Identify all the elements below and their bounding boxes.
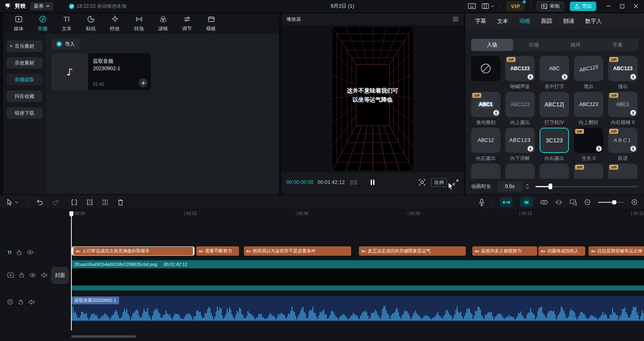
animation-item[interactable]: 3C123 向右露出 — [540, 128, 569, 164]
subtitle-clip[interactable]: A≡ 虽然许多人都很努力 — [472, 246, 537, 256]
aspect-ratio-button[interactable]: 比例 — [431, 178, 447, 187]
animation-item[interactable] — [471, 56, 500, 92]
duration-slider-handle[interactable] — [549, 184, 552, 189]
shortcuts-icon[interactable] — [468, 3, 476, 9]
fit-focus-icon[interactable] — [418, 179, 426, 186]
lock-icon[interactable] — [18, 299, 23, 305]
animation-item[interactable] — [540, 164, 569, 181]
sidebar-item[interactable]: 音效素材 — [7, 57, 42, 69]
sidebar-item[interactable]: 音频提取 — [7, 74, 42, 85]
animation-subtab[interactable]: 循环 — [555, 39, 597, 51]
link-clips-icon[interactable] — [540, 200, 548, 204]
record-voiceover-icon[interactable] — [479, 199, 485, 206]
pause-button[interactable] — [370, 179, 375, 185]
animation-item[interactable]: VIP — [608, 164, 637, 181]
settings-tab[interactable]: 动画 — [519, 18, 530, 25]
export-button[interactable]: 导出 — [570, 2, 596, 11]
duration-value-input[interactable]: 0.5s — [497, 182, 522, 192]
animation-item[interactable]: ABC12 向左露出 — [471, 128, 500, 164]
playhead[interactable] — [71, 211, 72, 330]
player-menu-icon[interactable] — [452, 17, 459, 22]
animation-item[interactable]: ABC12| 打字机IV — [540, 92, 569, 128]
sidebar-item[interactable]: 抖音收藏 — [7, 91, 42, 102]
animation-item[interactable]: VIP 生长 II — [574, 128, 603, 164]
animation-item[interactable]: ABC123 向上露出 — [505, 92, 535, 128]
zoom-slider-handle[interactable] — [612, 200, 616, 204]
sidebar-item[interactable]: 链接下载 — [7, 107, 42, 119]
animation-item[interactable]: VIPABC1 激光雕刻 — [471, 92, 500, 128]
animation-item[interactable]: VIPABC123 顶出 — [608, 56, 637, 92]
eye-icon[interactable] — [29, 273, 36, 277]
mute-icon[interactable] — [29, 299, 35, 305]
media-tab-filter[interactable]: 滤镜 — [151, 13, 175, 34]
select-tool[interactable] — [7, 199, 18, 206]
subtitle-clip[interactable]: A≡ 人们常说成功之路充满曲折和艰辛 — [72, 246, 195, 256]
duration-stepper[interactable] — [526, 184, 529, 189]
video-clip[interactable]: 2fcaacb5a061b4a502dfe1208635c6d.png 00:0… — [71, 260, 644, 290]
animation-item[interactable]: ABC123 向下溶解 — [505, 128, 535, 164]
split-icon[interactable] — [71, 199, 77, 206]
import-button[interactable]: 导入 — [51, 39, 80, 49]
animation-subtab[interactable]: 字幕 — [597, 39, 639, 51]
subtitle-clip[interactable]: A≡ 往往是那些被幸运之神 — [589, 246, 644, 256]
media-tab-audio[interactable]: 音频 — [31, 13, 55, 34]
timeline-ruler[interactable]: 00:0000:0300:0600:0900:1200:15 — [0, 210, 644, 219]
media-tab-text[interactable]: TI 文本 — [55, 13, 79, 34]
preview-axis-icon[interactable] — [555, 199, 562, 205]
animation-item[interactable]: ABC123 甩出 — [574, 56, 603, 92]
maximize-button[interactable] — [620, 4, 624, 9]
settings-tab[interactable]: 字幕 — [475, 18, 486, 25]
lock-icon[interactable] — [19, 272, 24, 278]
media-tab-media[interactable]: 媒体 — [7, 13, 31, 34]
animation-item[interactable]: VIP — [574, 164, 603, 181]
mute-icon[interactable] — [41, 272, 47, 278]
animation-item[interactable]: VIPABC1 跃进 — [608, 128, 637, 164]
video-preview[interactable]: 这并不意味着我们可 以坐等运气降临 — [332, 27, 413, 170]
cover-button[interactable]: 封面 — [51, 267, 69, 283]
fullscreen-icon[interactable] — [452, 179, 459, 186]
timeline-zoom-slider[interactable] — [598, 202, 624, 203]
media-tab-adjust[interactable]: 调节 — [175, 13, 199, 34]
review-button[interactable]: 审阅 — [537, 2, 564, 11]
zoom-out-icon[interactable] — [584, 199, 591, 205]
subtitle-clip[interactable]: A≡ 真正决定成功的关键因素是运气 — [359, 246, 466, 256]
settings-tab[interactable]: 文本 — [497, 18, 508, 25]
auto-snap-toggle[interactable] — [520, 197, 533, 207]
undo-button[interactable] — [37, 199, 43, 205]
add-to-timeline-button[interactable] — [139, 78, 148, 87]
audio-clip[interactable]: 提取音频20230902-1 — [71, 296, 644, 321]
settings-tab[interactable]: 数字人 — [585, 18, 602, 25]
subtitle-clip[interactable]: A≡ 但最终成功的人 — [538, 246, 585, 256]
subtitle-clip[interactable]: A≡ 然而我认为这些并不是必要条件 — [244, 246, 351, 256]
layout-panels-icon[interactable] — [482, 3, 494, 9]
animation-item[interactable] — [471, 164, 500, 181]
sidebar-item[interactable]: 音乐素材 — [7, 40, 42, 52]
animation-item[interactable]: VIPABC123 呐喊声波 — [505, 56, 535, 92]
animation-subtab[interactable]: 入场 — [471, 39, 513, 51]
split-right-icon[interactable] — [102, 199, 108, 206]
main-track-magnet-toggle[interactable] — [500, 197, 513, 207]
close-button[interactable] — [633, 4, 638, 9]
timeline-scrollbar[interactable] — [71, 335, 136, 338]
subtitle-clip[interactable]: A≡ 需要不断努力 — [196, 246, 239, 256]
media-tab-sticker[interactable]: 贴纸 — [79, 13, 103, 34]
media-tab-template[interactable]: 模板 — [199, 13, 223, 34]
settings-tab[interactable]: 朗读 — [563, 18, 574, 25]
menu-button[interactable]: 菜单 — [30, 2, 53, 11]
media-tab-transition[interactable]: 转场 — [127, 13, 151, 34]
animation-item[interactable]: ABC123 向上翻转 — [574, 92, 603, 128]
redo-button[interactable] — [52, 199, 59, 205]
split-left-icon[interactable] — [86, 199, 93, 206]
delete-button[interactable] — [117, 199, 124, 206]
animation-item[interactable]: VIPABC1 向右模糊 II — [608, 92, 637, 128]
extracted-audio-card[interactable]: 提取音频 20230902-1 01:42 — [51, 53, 151, 90]
global-preview-zoom-icon[interactable] — [570, 199, 577, 206]
zoom-in-icon[interactable] — [631, 199, 637, 205]
animation-item[interactable]: ABC 居中打字 — [540, 56, 569, 92]
duration-slider[interactable] — [536, 186, 638, 187]
animation-subtab[interactable]: 出场 — [513, 39, 555, 51]
frame-list-icon[interactable] — [350, 179, 358, 185]
vip-button[interactable]: VIP — [506, 1, 525, 11]
media-tab-effects[interactable]: 特效 — [103, 13, 127, 34]
settings-tab[interactable]: 跟踪 — [541, 18, 552, 25]
